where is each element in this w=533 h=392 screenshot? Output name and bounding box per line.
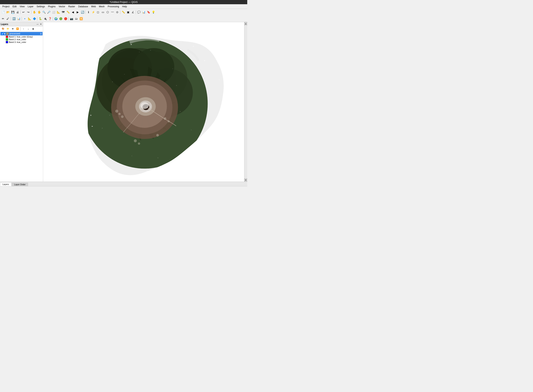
- select-poly-button[interactable]: ⬠: [105, 10, 110, 14]
- stat-button[interactable]: 📊: [141, 10, 146, 14]
- menu-edit[interactable]: Edit: [11, 5, 18, 8]
- python-button[interactable]: 🐍: [38, 16, 43, 21]
- svg-rect-36: [131, 44, 132, 45]
- scroll-down-button[interactable]: ▼: [244, 178, 247, 182]
- measure-angle-button[interactable]: ∠: [131, 10, 135, 14]
- zoom-last-button[interactable]: ◀: [71, 10, 75, 14]
- svg-point-23: [156, 134, 159, 136]
- tab-layers[interactable]: Layers: [0, 182, 11, 186]
- svg-point-18: [121, 115, 124, 118]
- layers-panel-title: Layers: [1, 23, 8, 26]
- spatial-bookmark-button[interactable]: 🔖: [146, 10, 151, 14]
- zoom-in-button[interactable]: 🔍: [42, 10, 46, 14]
- feature-action-button[interactable]: ⚡: [91, 10, 95, 14]
- menu-processing[interactable]: Processing: [106, 5, 120, 8]
- digitize-button[interactable]: ✏: [1, 16, 5, 21]
- layer-expand-processed[interactable]: ▶: [4, 33, 6, 35]
- svg-point-22: [138, 143, 140, 145]
- pan-to-selection[interactable]: 🖐: [37, 10, 41, 14]
- bottom-tabs: Layers Layer Order: [0, 182, 247, 186]
- annotation-button[interactable]: 💬: [137, 10, 141, 14]
- menu-help[interactable]: Help: [121, 5, 129, 8]
- add-point-button[interactable]: 🔹: [22, 16, 27, 21]
- new-project-button[interactable]: 📄: [1, 10, 5, 14]
- svg-rect-33: [150, 50, 151, 51]
- right-scrollbar[interactable]: ▲ ▼: [244, 22, 247, 182]
- diagram-button[interactable]: 📊: [16, 16, 21, 21]
- screenshot-button[interactable]: 📷: [69, 16, 74, 21]
- tab-layer-order[interactable]: Layer Order: [12, 182, 28, 186]
- refresh-button[interactable]: 🔄: [80, 10, 85, 14]
- select-button[interactable]: ◻: [96, 10, 100, 14]
- layers-minimize-button[interactable]: —: [36, 23, 39, 25]
- switch-button[interactable]: 🔀: [79, 16, 83, 21]
- select-radius-button[interactable]: ⊙: [115, 10, 119, 14]
- edit-button[interactable]: 🖊: [6, 16, 10, 21]
- zoom-native-button[interactable]: 📏: [66, 10, 70, 14]
- globe-button[interactable]: 🌍: [53, 16, 58, 21]
- toolbar-sep-4: [120, 10, 120, 14]
- menu-web[interactable]: Web: [90, 5, 97, 8]
- scroll-up-button[interactable]: ▲: [244, 22, 247, 25]
- layers-close-button[interactable]: ✕: [39, 23, 42, 25]
- svg-rect-32: [139, 52, 140, 52]
- layer-toolbar-sep: [20, 27, 21, 31]
- select-freehand-button[interactable]: 〰: [110, 10, 115, 14]
- redo-button[interactable]: ↪: [26, 10, 31, 14]
- layers-panel: Layers — ✕ 🎨 📁 👁 🔽 ↑ ↓ 🗑 ▶: [0, 22, 43, 182]
- toolbar-sep-8: [37, 17, 37, 21]
- band-1-color-swatch: [6, 36, 8, 38]
- map-canvas[interactable]: [43, 22, 244, 182]
- pan-tool[interactable]: ✋: [32, 10, 37, 14]
- zoom-out-button[interactable]: 🔎: [46, 10, 51, 14]
- toolbar-sep-1: [20, 10, 21, 14]
- menu-plugins[interactable]: Plugins: [46, 5, 57, 8]
- menu-mesh[interactable]: Mesh: [97, 5, 106, 8]
- band-2-color-swatch: [6, 38, 8, 41]
- identify-button[interactable]: ℹ: [86, 10, 91, 14]
- zoom-full-button[interactable]: ⬜: [51, 10, 56, 14]
- remove-layer-button[interactable]: 🗑: [31, 27, 35, 31]
- show-tips-button[interactable]: 💡: [151, 10, 156, 14]
- undo-button[interactable]: ↩: [21, 10, 26, 14]
- toolbar-sep-7: [22, 17, 22, 21]
- help-button[interactable]: ❓: [48, 16, 52, 21]
- add-line-button[interactable]: 📐: [27, 16, 32, 21]
- plugins-button[interactable]: 🔌: [43, 16, 47, 21]
- menu-view[interactable]: View: [18, 5, 26, 8]
- layers-panel-header: Layers — ✕: [0, 22, 43, 26]
- add-polygon-button[interactable]: 🔷: [32, 16, 37, 21]
- manage-layer-button[interactable]: 👁: [10, 27, 15, 31]
- measure-area-button[interactable]: ▣: [126, 10, 130, 14]
- toolbar-sep-2: [31, 10, 31, 14]
- red-circle-button[interactable]: 🔴: [63, 16, 68, 21]
- zoom-selection-button[interactable]: 🗺: [61, 10, 66, 14]
- label-button[interactable]: 🔤: [12, 16, 16, 21]
- select-rect-button[interactable]: ▭: [100, 10, 105, 14]
- save-project-button[interactable]: 💾: [10, 10, 15, 14]
- menu-settings[interactable]: Settings: [35, 5, 46, 8]
- collapse-all-button[interactable]: ↓: [26, 27, 31, 31]
- menu-database[interactable]: Database: [77, 5, 90, 8]
- green-circle-button[interactable]: 🟢: [58, 16, 63, 21]
- svg-rect-29: [180, 111, 181, 112]
- open-layer-style-button[interactable]: 🎨: [1, 27, 5, 31]
- measure-button[interactable]: 📏: [121, 10, 126, 14]
- svg-rect-39: [219, 80, 220, 80]
- menu-raster[interactable]: Raster: [67, 5, 77, 8]
- svg-rect-40: [90, 115, 91, 116]
- menu-layer[interactable]: Layer: [26, 5, 35, 8]
- menu-vector[interactable]: Vector: [57, 5, 67, 8]
- layer-visibility-processed[interactable]: [1, 33, 4, 35]
- print-button[interactable]: 🖨: [15, 10, 20, 14]
- add-group-button[interactable]: 📁: [6, 27, 10, 31]
- layer-item-processed[interactable]: ▶ processed ☰: [0, 32, 43, 35]
- spatial-button[interactable]: 🗂: [74, 16, 79, 21]
- expand-all-button[interactable]: ↑: [21, 27, 26, 31]
- zoom-next-button[interactable]: ▶: [75, 10, 80, 14]
- menu-project[interactable]: Project: [1, 5, 11, 8]
- band-item-3: Band 3: true_color: [0, 41, 43, 43]
- zoom-layer-button[interactable]: 📐: [56, 10, 61, 14]
- open-project-button[interactable]: 📂: [6, 10, 10, 14]
- filter-layer-button[interactable]: 🔽: [15, 27, 20, 31]
